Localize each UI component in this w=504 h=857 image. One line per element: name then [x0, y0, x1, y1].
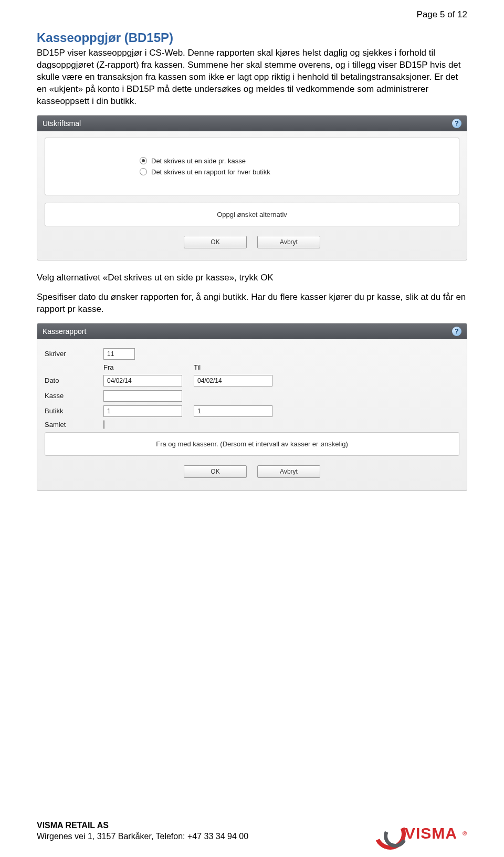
hint-panel: Fra og med kassenr. (Dersom et intervall…	[45, 432, 459, 456]
radio-option-per-kasse[interactable]: Det skrives ut en side pr. kasse	[140, 157, 438, 165]
radio-option-per-butikk[interactable]: Det skrives ut en rapport for hver butik…	[140, 168, 438, 176]
footer-address: Wirgenes vei 1, 3157 Barkåker, Telefon: …	[37, 831, 248, 842]
input-skriver[interactable]: 11	[103, 348, 135, 360]
instruction-2: Spesifiser dato du ønsker rapporten for,…	[37, 291, 467, 316]
dialog-title: Kasserapport	[43, 327, 86, 336]
page-title: Kasseoppgjør (BD15P)	[37, 30, 467, 45]
input-dato-fra[interactable]: 04/02/14	[103, 375, 182, 386]
footer-company: VISMA RETAIL AS	[37, 820, 248, 831]
logo-swoosh-icon	[377, 825, 402, 841]
logo-text: VISMA	[405, 824, 457, 842]
kasserapport-dialog: Kasserapport ? Skriver 11 Fra Til Dato 0…	[37, 323, 467, 491]
print-template-dialog: Utskriftsmal ? Det skrives ut en side pr…	[37, 115, 467, 260]
dialog-title: Utskriftsmal	[43, 119, 81, 128]
radio-panel: Det skrives ut en side pr. kasse Det skr…	[45, 138, 459, 195]
checkbox-samlet[interactable]	[103, 420, 104, 429]
label-samlet: Samlet	[45, 421, 92, 428]
registered-icon: ®	[463, 830, 467, 837]
visma-logo: VISMA®	[377, 824, 467, 842]
input-butikk-fra[interactable]: 1	[103, 405, 182, 417]
footer-text: VISMA RETAIL AS Wirgenes vei 1, 3157 Bar…	[37, 820, 248, 842]
dialog-title-bar: Kasserapport ?	[37, 323, 467, 339]
radio-icon	[140, 157, 147, 164]
col-header-fra: Fra	[103, 363, 182, 371]
help-icon[interactable]: ?	[452, 119, 461, 128]
dialog-title-bar: Utskriftsmal ?	[37, 116, 467, 131]
ok-button[interactable]: OK	[184, 465, 247, 478]
intro-paragraph: BD15P viser kasseoppgjør i CS-Web. Denne…	[37, 47, 467, 108]
ok-button[interactable]: OK	[184, 236, 247, 248]
instruction-1: Velg alternativet «Det skrives ut en sid…	[37, 272, 467, 284]
input-kasse-fra[interactable]	[103, 390, 182, 402]
label-kasse: Kasse	[45, 392, 92, 400]
col-header-til: Til	[194, 363, 272, 371]
input-butikk-til[interactable]: 1	[194, 405, 272, 417]
hint-panel: Oppgi ønsket alternativ	[45, 203, 459, 226]
label-butikk: Butikk	[45, 407, 92, 415]
cancel-button[interactable]: Avbryt	[257, 465, 320, 478]
input-dato-til[interactable]: 04/02/14	[194, 375, 272, 386]
help-icon[interactable]: ?	[452, 327, 461, 336]
radio-label: Det skrives ut en side pr. kasse	[151, 157, 246, 165]
page-number: Page 5 of 12	[0, 0, 504, 20]
label-dato: Dato	[45, 377, 92, 384]
radio-icon	[140, 168, 147, 175]
cancel-button[interactable]: Avbryt	[257, 236, 320, 248]
radio-label: Det skrives ut en rapport for hver butik…	[151, 168, 270, 176]
label-skriver: Skriver	[45, 350, 92, 358]
